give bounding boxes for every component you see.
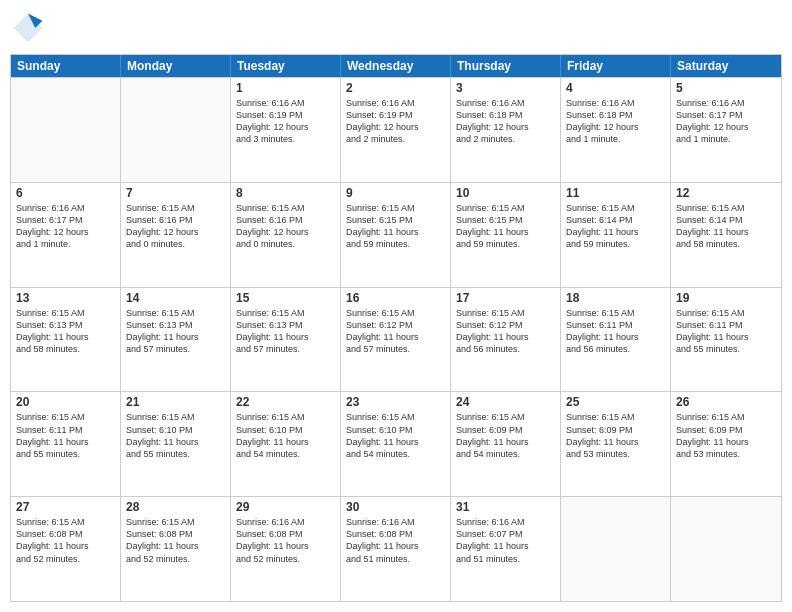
- day-cell-16: 16Sunrise: 6:15 AMSunset: 6:12 PMDayligh…: [341, 288, 451, 392]
- day-info: Sunrise: 6:15 AMSunset: 6:14 PMDaylight:…: [566, 202, 665, 251]
- day-number: 16: [346, 291, 445, 305]
- day-header-monday: Monday: [121, 55, 231, 77]
- day-number: 4: [566, 81, 665, 95]
- day-cell-29: 29Sunrise: 6:16 AMSunset: 6:08 PMDayligh…: [231, 497, 341, 601]
- day-cell-8: 8Sunrise: 6:15 AMSunset: 6:16 PMDaylight…: [231, 183, 341, 287]
- day-info: Sunrise: 6:15 AMSunset: 6:15 PMDaylight:…: [346, 202, 445, 251]
- day-cell-18: 18Sunrise: 6:15 AMSunset: 6:11 PMDayligh…: [561, 288, 671, 392]
- day-cell-7: 7Sunrise: 6:15 AMSunset: 6:16 PMDaylight…: [121, 183, 231, 287]
- day-cell-19: 19Sunrise: 6:15 AMSunset: 6:11 PMDayligh…: [671, 288, 781, 392]
- logo-icon: [10, 10, 46, 46]
- day-cell-27: 27Sunrise: 6:15 AMSunset: 6:08 PMDayligh…: [11, 497, 121, 601]
- day-cell-31: 31Sunrise: 6:16 AMSunset: 6:07 PMDayligh…: [451, 497, 561, 601]
- week-row-2: 6Sunrise: 6:16 AMSunset: 6:17 PMDaylight…: [11, 182, 781, 287]
- empty-cell: [671, 497, 781, 601]
- day-info: Sunrise: 6:15 AMSunset: 6:10 PMDaylight:…: [236, 411, 335, 460]
- day-number: 13: [16, 291, 115, 305]
- day-number: 22: [236, 395, 335, 409]
- day-number: 5: [676, 81, 776, 95]
- svg-marker-0: [14, 14, 43, 43]
- day-info: Sunrise: 6:16 AMSunset: 6:17 PMDaylight:…: [16, 202, 115, 251]
- day-cell-6: 6Sunrise: 6:16 AMSunset: 6:17 PMDaylight…: [11, 183, 121, 287]
- day-number: 12: [676, 186, 776, 200]
- empty-cell: [11, 78, 121, 182]
- empty-cell: [561, 497, 671, 601]
- day-number: 24: [456, 395, 555, 409]
- page: SundayMondayTuesdayWednesdayThursdayFrid…: [0, 0, 792, 612]
- day-info: Sunrise: 6:16 AMSunset: 6:18 PMDaylight:…: [566, 97, 665, 146]
- day-info: Sunrise: 6:16 AMSunset: 6:17 PMDaylight:…: [676, 97, 776, 146]
- logo: [10, 10, 50, 46]
- day-info: Sunrise: 6:15 AMSunset: 6:10 PMDaylight:…: [346, 411, 445, 460]
- day-number: 6: [16, 186, 115, 200]
- day-cell-17: 17Sunrise: 6:15 AMSunset: 6:12 PMDayligh…: [451, 288, 561, 392]
- day-cell-28: 28Sunrise: 6:15 AMSunset: 6:08 PMDayligh…: [121, 497, 231, 601]
- day-info: Sunrise: 6:15 AMSunset: 6:08 PMDaylight:…: [126, 516, 225, 565]
- day-number: 17: [456, 291, 555, 305]
- day-number: 23: [346, 395, 445, 409]
- calendar-body: 1Sunrise: 6:16 AMSunset: 6:19 PMDaylight…: [11, 77, 781, 601]
- day-number: 8: [236, 186, 335, 200]
- empty-cell: [121, 78, 231, 182]
- day-number: 28: [126, 500, 225, 514]
- day-number: 26: [676, 395, 776, 409]
- day-number: 29: [236, 500, 335, 514]
- day-header-tuesday: Tuesday: [231, 55, 341, 77]
- week-row-3: 13Sunrise: 6:15 AMSunset: 6:13 PMDayligh…: [11, 287, 781, 392]
- day-number: 18: [566, 291, 665, 305]
- day-info: Sunrise: 6:15 AMSunset: 6:13 PMDaylight:…: [16, 307, 115, 356]
- day-cell-13: 13Sunrise: 6:15 AMSunset: 6:13 PMDayligh…: [11, 288, 121, 392]
- day-info: Sunrise: 6:15 AMSunset: 6:08 PMDaylight:…: [16, 516, 115, 565]
- day-info: Sunrise: 6:15 AMSunset: 6:16 PMDaylight:…: [236, 202, 335, 251]
- day-info: Sunrise: 6:15 AMSunset: 6:09 PMDaylight:…: [676, 411, 776, 460]
- day-info: Sunrise: 6:15 AMSunset: 6:12 PMDaylight:…: [456, 307, 555, 356]
- day-cell-9: 9Sunrise: 6:15 AMSunset: 6:15 PMDaylight…: [341, 183, 451, 287]
- day-cell-22: 22Sunrise: 6:15 AMSunset: 6:10 PMDayligh…: [231, 392, 341, 496]
- day-info: Sunrise: 6:16 AMSunset: 6:19 PMDaylight:…: [346, 97, 445, 146]
- week-row-1: 1Sunrise: 6:16 AMSunset: 6:19 PMDaylight…: [11, 77, 781, 182]
- day-info: Sunrise: 6:16 AMSunset: 6:08 PMDaylight:…: [346, 516, 445, 565]
- day-cell-14: 14Sunrise: 6:15 AMSunset: 6:13 PMDayligh…: [121, 288, 231, 392]
- header: [10, 10, 782, 46]
- day-number: 10: [456, 186, 555, 200]
- day-info: Sunrise: 6:15 AMSunset: 6:09 PMDaylight:…: [456, 411, 555, 460]
- day-info: Sunrise: 6:15 AMSunset: 6:10 PMDaylight:…: [126, 411, 225, 460]
- day-info: Sunrise: 6:15 AMSunset: 6:13 PMDaylight:…: [236, 307, 335, 356]
- day-number: 3: [456, 81, 555, 95]
- day-number: 11: [566, 186, 665, 200]
- day-header-sunday: Sunday: [11, 55, 121, 77]
- day-cell-10: 10Sunrise: 6:15 AMSunset: 6:15 PMDayligh…: [451, 183, 561, 287]
- day-info: Sunrise: 6:15 AMSunset: 6:16 PMDaylight:…: [126, 202, 225, 251]
- day-cell-1: 1Sunrise: 6:16 AMSunset: 6:19 PMDaylight…: [231, 78, 341, 182]
- day-cell-3: 3Sunrise: 6:16 AMSunset: 6:18 PMDaylight…: [451, 78, 561, 182]
- day-cell-25: 25Sunrise: 6:15 AMSunset: 6:09 PMDayligh…: [561, 392, 671, 496]
- day-number: 25: [566, 395, 665, 409]
- day-info: Sunrise: 6:16 AMSunset: 6:18 PMDaylight:…: [456, 97, 555, 146]
- day-cell-23: 23Sunrise: 6:15 AMSunset: 6:10 PMDayligh…: [341, 392, 451, 496]
- day-info: Sunrise: 6:15 AMSunset: 6:12 PMDaylight:…: [346, 307, 445, 356]
- day-number: 14: [126, 291, 225, 305]
- day-number: 31: [456, 500, 555, 514]
- day-number: 27: [16, 500, 115, 514]
- calendar: SundayMondayTuesdayWednesdayThursdayFrid…: [10, 54, 782, 602]
- day-cell-12: 12Sunrise: 6:15 AMSunset: 6:14 PMDayligh…: [671, 183, 781, 287]
- day-cell-5: 5Sunrise: 6:16 AMSunset: 6:17 PMDaylight…: [671, 78, 781, 182]
- day-info: Sunrise: 6:16 AMSunset: 6:07 PMDaylight:…: [456, 516, 555, 565]
- day-info: Sunrise: 6:16 AMSunset: 6:19 PMDaylight:…: [236, 97, 335, 146]
- day-header-friday: Friday: [561, 55, 671, 77]
- day-number: 2: [346, 81, 445, 95]
- day-cell-26: 26Sunrise: 6:15 AMSunset: 6:09 PMDayligh…: [671, 392, 781, 496]
- day-cell-20: 20Sunrise: 6:15 AMSunset: 6:11 PMDayligh…: [11, 392, 121, 496]
- day-cell-24: 24Sunrise: 6:15 AMSunset: 6:09 PMDayligh…: [451, 392, 561, 496]
- day-header-thursday: Thursday: [451, 55, 561, 77]
- day-cell-4: 4Sunrise: 6:16 AMSunset: 6:18 PMDaylight…: [561, 78, 671, 182]
- day-info: Sunrise: 6:15 AMSunset: 6:09 PMDaylight:…: [566, 411, 665, 460]
- day-number: 9: [346, 186, 445, 200]
- calendar-header: SundayMondayTuesdayWednesdayThursdayFrid…: [11, 55, 781, 77]
- day-number: 15: [236, 291, 335, 305]
- week-row-4: 20Sunrise: 6:15 AMSunset: 6:11 PMDayligh…: [11, 391, 781, 496]
- day-info: Sunrise: 6:15 AMSunset: 6:11 PMDaylight:…: [566, 307, 665, 356]
- day-info: Sunrise: 6:15 AMSunset: 6:11 PMDaylight:…: [16, 411, 115, 460]
- day-header-wednesday: Wednesday: [341, 55, 451, 77]
- day-info: Sunrise: 6:15 AMSunset: 6:11 PMDaylight:…: [676, 307, 776, 356]
